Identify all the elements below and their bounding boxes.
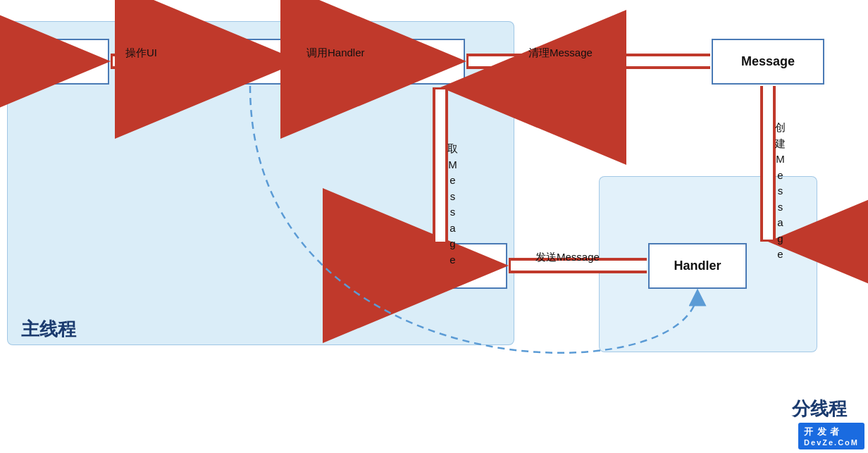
diagram-container: Activity Handler Looper Message MessageQ… — [0, 0, 868, 453]
label-send-message: 发送Message — [535, 251, 600, 263]
handler-main-box: Handler — [201, 39, 299, 85]
handler-sub-box: Handler — [648, 243, 747, 289]
sub-thread-label: 分线程 — [792, 397, 847, 421]
message-queue-box: MessageQueue — [373, 243, 507, 289]
label-invoke-handler: 调用Handler — [306, 46, 365, 59]
main-thread-label: 主线程 — [21, 317, 76, 425]
label-operate-ui: 操作UI — [125, 46, 157, 59]
watermark: 开 发 者 DevZe.CoM — [798, 423, 864, 449]
label-clear-message: 清理Message — [528, 46, 593, 59]
looper-box: Looper — [373, 39, 465, 85]
label-get-message: 取Message — [447, 141, 458, 268]
message-box: Message — [712, 39, 824, 85]
activity-box: Activity — [18, 39, 109, 85]
label-create-message: 创建Message — [775, 120, 786, 263]
